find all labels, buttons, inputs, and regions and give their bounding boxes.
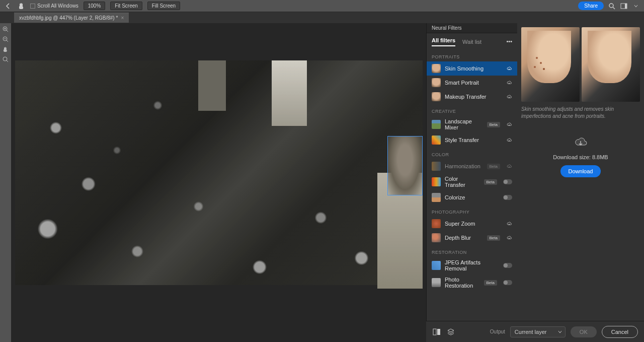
output-select[interactable]: Current layer [510, 326, 566, 337]
face-selection-box [387, 136, 423, 195]
tab-all-filters[interactable]: All filters [432, 37, 455, 46]
cloud-download-icon[interactable] [506, 235, 512, 241]
colorize-thumb-icon [432, 193, 441, 202]
document-image [15, 60, 423, 285]
output-label: Output [490, 329, 505, 334]
section-portraits: PORTRAITS [427, 49, 517, 61]
filter-photo-restoration[interactable]: Photo Restoration Beta [427, 274, 517, 291]
layers-icon[interactable] [446, 327, 455, 336]
filter-landscape-mixer[interactable]: Landscape Mixer Beta [427, 116, 517, 133]
filter-description: Skin smoothing adjusts and removes skin … [521, 106, 640, 120]
smart-portrait-thumb-icon [432, 78, 441, 87]
filter-color-transfer[interactable]: Color Transfer Beta [427, 173, 517, 190]
filter-jpeg-artifacts[interactable]: JPEG Artifacts Removal [427, 257, 517, 274]
jpeg-artifacts-thumb-icon [432, 261, 441, 270]
cloud-download-icon[interactable] [506, 80, 512, 86]
svg-rect-7 [437, 329, 440, 335]
makeup-transfer-thumb-icon [432, 92, 441, 101]
landscape-mixer-thumb-icon [432, 120, 441, 129]
filter-super-zoom[interactable]: Super Zoom [427, 217, 517, 231]
canvas[interactable] [11, 23, 426, 342]
document-tab[interactable]: xvzbfdhbfg.jpg @ 447% (Layer 2, RGB/8#) … [14, 13, 129, 23]
toggle-switch[interactable] [503, 195, 512, 200]
zoom-in-icon[interactable] [2, 25, 10, 33]
workspace-icon[interactable] [620, 2, 628, 10]
zoom-tool-icon[interactable] [2, 55, 10, 63]
section-restoration: RESTORATION [427, 245, 517, 257]
section-photography: PHOTOGRAPHY [427, 204, 517, 217]
preview-before-image [521, 27, 580, 102]
cloud-download-icon[interactable] [506, 94, 512, 100]
svg-point-5 [3, 57, 7, 61]
left-toolbar [0, 23, 11, 342]
filter-detail-pane: Skin smoothing adjusts and removes skin … [517, 23, 644, 342]
ok-button[interactable]: OK [571, 326, 597, 337]
fill-screen-button[interactable]: Fill Screen [147, 2, 180, 10]
filter-colorize[interactable]: Colorize [427, 190, 517, 204]
beta-badge: Beta [487, 235, 500, 241]
document-tabbar: xvzbfdhbfg.jpg @ 447% (Layer 2, RGB/8#) … [0, 12, 644, 23]
panel-title: Neural Filters [427, 23, 517, 33]
options-toolbar: Scroll All Windows 100% Fit Screen Fill … [0, 0, 644, 12]
neural-filters-panel: Neural Filters All filters Wait list •••… [426, 23, 644, 342]
hand-tool-icon[interactable] [17, 2, 25, 10]
cloud-download-icon[interactable] [506, 137, 512, 143]
cloud-download-icon[interactable] [506, 121, 512, 127]
filter-harmonization[interactable]: Harmonization Beta [427, 159, 517, 173]
svg-rect-2 [625, 4, 627, 9]
filter-smart-portrait[interactable]: Smart Portrait [427, 76, 517, 90]
compare-icon[interactable] [432, 327, 441, 336]
fit-screen-button[interactable]: Fit Screen [110, 2, 142, 10]
more-icon[interactable]: ••• [506, 38, 512, 44]
style-transfer-thumb-icon [432, 135, 441, 145]
depth-blur-thumb-icon [432, 233, 441, 242]
scroll-all-checkbox[interactable]: Scroll All Windows [30, 3, 78, 9]
filter-style-transfer[interactable]: Style Transfer [427, 133, 517, 147]
cloud-download-icon[interactable] [506, 65, 512, 72]
scroll-all-label: Scroll All Windows [37, 3, 78, 9]
beta-badge: Beta [484, 179, 497, 185]
filter-makeup-transfer[interactable]: Makeup Transfer [427, 90, 517, 104]
toggle-switch[interactable] [503, 179, 512, 184]
section-color: COLOR [427, 147, 517, 159]
cloud-download-large-icon [573, 135, 589, 149]
close-icon[interactable]: × [121, 15, 124, 21]
tab-title: xvzbfdhbfg.jpg @ 447% (Layer 2, RGB/8#) … [19, 15, 118, 21]
toggle-switch[interactable] [503, 263, 512, 268]
chevron-down-icon[interactable] [632, 2, 640, 10]
cancel-button[interactable]: Cancel [602, 326, 638, 338]
tab-wait-list[interactable]: Wait list [462, 39, 481, 45]
filter-skin-smoothing[interactable]: Skin Smoothing [427, 61, 517, 76]
harmonization-thumb-icon [432, 162, 441, 171]
zoom-level-button[interactable]: 100% [84, 2, 106, 10]
beta-badge: Beta [487, 122, 500, 127]
bottom-bar: Output Current layer OK Cancel [426, 321, 644, 342]
cloud-download-icon[interactable] [506, 221, 512, 227]
super-zoom-thumb-icon [432, 219, 441, 228]
section-creative: CREATIVE [427, 104, 517, 116]
download-size-label: Download size: 8.8MB [553, 154, 608, 160]
hand-icon[interactable] [2, 45, 10, 53]
svg-point-0 [609, 4, 613, 8]
photo-restoration-thumb-icon [432, 278, 441, 287]
chevron-down-icon [558, 330, 562, 334]
skin-smoothing-thumb-icon [432, 64, 441, 73]
share-button[interactable]: Share [578, 2, 604, 10]
search-icon[interactable] [608, 2, 616, 10]
cloud-download-icon[interactable] [506, 163, 512, 169]
toggle-switch[interactable] [503, 280, 512, 285]
beta-badge: Beta [487, 164, 500, 169]
download-button[interactable]: Download [560, 165, 601, 177]
svg-rect-6 [433, 329, 436, 335]
preview-after-image [582, 27, 640, 102]
back-icon[interactable] [4, 2, 12, 10]
beta-badge: Beta [484, 280, 497, 286]
filter-depth-blur[interactable]: Depth Blur Beta [427, 231, 517, 245]
color-transfer-thumb-icon [432, 177, 441, 186]
zoom-out-icon[interactable] [2, 35, 10, 43]
